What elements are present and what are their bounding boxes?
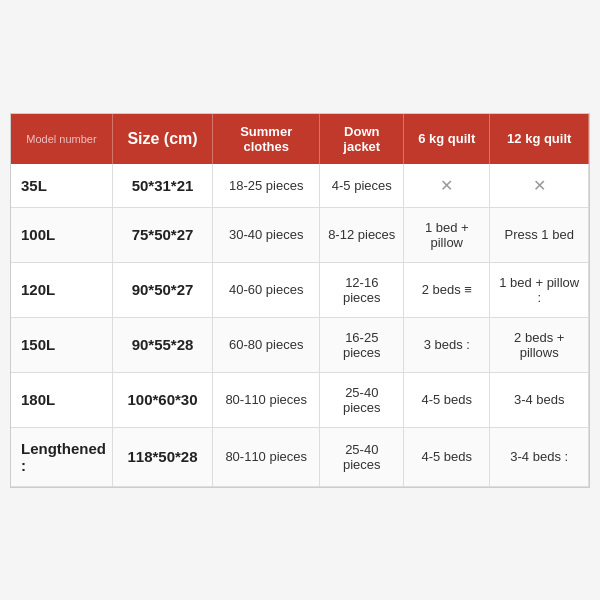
cell-size-row5: 118*50*28 [113, 427, 213, 486]
cell-summer-row0: 18-25 pieces [213, 164, 320, 208]
cell-model-row0: 35L [11, 164, 113, 208]
cell-quilt12-row2: 1 bed + pillow : [490, 262, 589, 317]
cell-quilt6-row4: 4-5 beds [404, 372, 490, 427]
cell-model-row1: 100L [11, 207, 113, 262]
col-header-down: Down jacket [320, 114, 404, 164]
cell-quilt12-row5: 3-4 beds : [490, 427, 589, 486]
main-table-wrapper: Model number Size (cm) Summer clothes Do… [10, 113, 590, 488]
table-row: 150L90*55*2860-80 pieces16-25 pieces3 be… [11, 317, 589, 372]
x-mark-icon: ✕ [440, 177, 453, 194]
col-header-quilt6: 6 kg quilt [404, 114, 490, 164]
cell-quilt12-row4: 3-4 beds [490, 372, 589, 427]
cell-size-row1: 75*50*27 [113, 207, 213, 262]
table-row: Lengthened :118*50*2880-110 pieces25-40 … [11, 427, 589, 486]
cell-down-row3: 16-25 pieces [320, 317, 404, 372]
col-header-size: Size (cm) [113, 114, 213, 164]
table-row: 35L50*31*2118-25 pieces4-5 pieces✕✕ [11, 164, 589, 208]
cell-quilt12-row3: 2 beds + pillows [490, 317, 589, 372]
cell-down-row5: 25-40 pieces [320, 427, 404, 486]
cell-down-row0: 4-5 pieces [320, 164, 404, 208]
table-row: 120L90*50*2740-60 pieces12-16 pieces2 be… [11, 262, 589, 317]
cell-size-row0: 50*31*21 [113, 164, 213, 208]
table-row: 180L100*60*3080-110 pieces25-40 pieces4-… [11, 372, 589, 427]
cell-model-row4: 180L [11, 372, 113, 427]
cell-quilt12-row1: Press 1 bed [490, 207, 589, 262]
col-header-quilt12: 12 kg quilt [490, 114, 589, 164]
cell-summer-row2: 40-60 pieces [213, 262, 320, 317]
cell-summer-row3: 60-80 pieces [213, 317, 320, 372]
x-mark-icon: ✕ [533, 177, 546, 194]
cell-summer-row4: 80-110 pieces [213, 372, 320, 427]
cell-quilt6-row2: 2 beds ≡ [404, 262, 490, 317]
cell-size-row3: 90*55*28 [113, 317, 213, 372]
cell-summer-row1: 30-40 pieces [213, 207, 320, 262]
col-header-summer: Summer clothes [213, 114, 320, 164]
cell-quilt6-row5: 4-5 beds [404, 427, 490, 486]
cell-size-row4: 100*60*30 [113, 372, 213, 427]
cell-quilt6-row1: 1 bed + pillow [404, 207, 490, 262]
cell-down-row1: 8-12 pieces [320, 207, 404, 262]
cell-model-row3: 150L [11, 317, 113, 372]
cell-down-row4: 25-40 pieces [320, 372, 404, 427]
col-header-model: Model number [11, 114, 113, 164]
cell-quilt6-row0: ✕ [404, 164, 490, 208]
table-row: 100L75*50*2730-40 pieces8-12 pieces1 bed… [11, 207, 589, 262]
cell-model-row5: Lengthened : [11, 427, 113, 486]
cell-quilt12-row0: ✕ [490, 164, 589, 208]
cell-size-row2: 90*50*27 [113, 262, 213, 317]
capacity-table: Model number Size (cm) Summer clothes Do… [11, 114, 589, 487]
cell-down-row2: 12-16 pieces [320, 262, 404, 317]
cell-quilt6-row3: 3 beds : [404, 317, 490, 372]
cell-summer-row5: 80-110 pieces [213, 427, 320, 486]
cell-model-row2: 120L [11, 262, 113, 317]
table-header-row: Model number Size (cm) Summer clothes Do… [11, 114, 589, 164]
